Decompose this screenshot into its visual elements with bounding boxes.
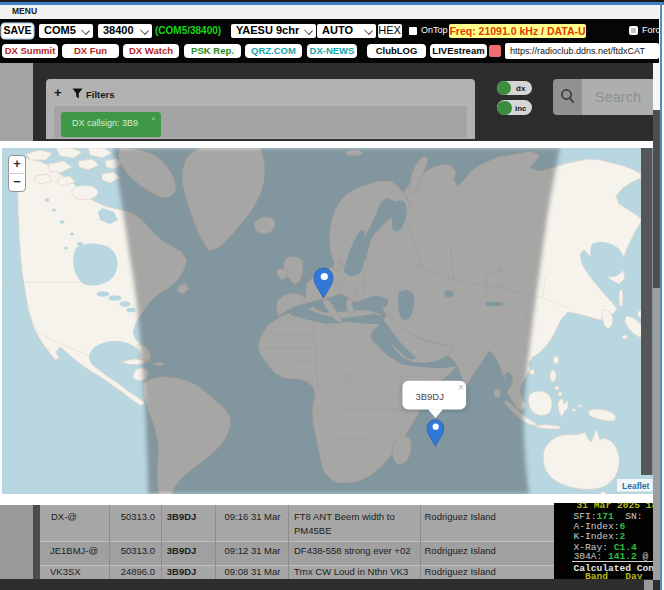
svg-text:Leaflet: Leaflet xyxy=(622,481,650,491)
svg-text:3B9DJ: 3B9DJ xyxy=(415,391,444,402)
svg-text:×: × xyxy=(458,382,464,393)
